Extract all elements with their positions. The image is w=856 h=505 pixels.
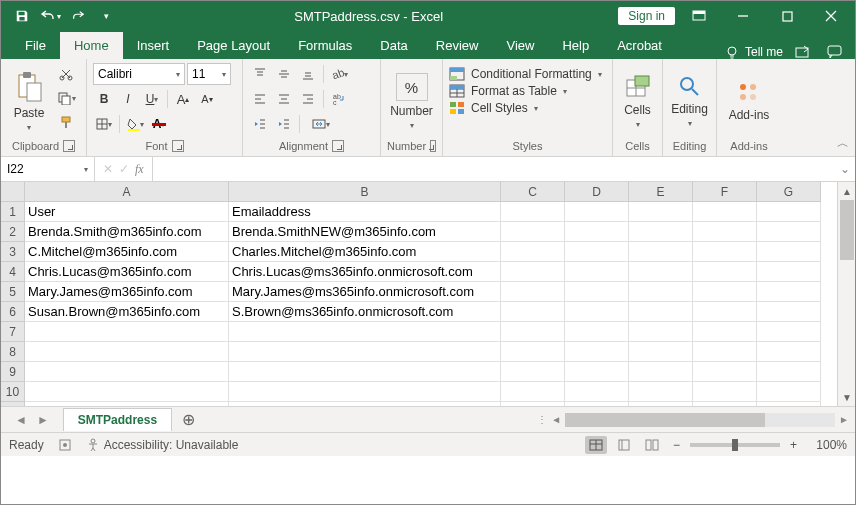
cell[interactable]: Brenda.Smith@m365info.com — [25, 222, 229, 242]
increase-font-button[interactable]: A▴ — [172, 88, 194, 110]
maximize-button[interactable] — [767, 1, 807, 31]
cell[interactable] — [565, 322, 629, 342]
cell[interactable] — [565, 342, 629, 362]
row-header[interactable]: 5 — [1, 282, 25, 302]
fill-color-button[interactable]: ▾ — [124, 113, 146, 135]
column-header[interactable]: C — [501, 182, 565, 202]
cell[interactable]: C.Mitchel@m365info.com — [25, 242, 229, 262]
cells-button[interactable]: Cells▾ — [619, 63, 656, 140]
tab-data[interactable]: Data — [366, 32, 421, 59]
close-button[interactable] — [811, 1, 851, 31]
cell[interactable] — [501, 282, 565, 302]
cell[interactable] — [565, 282, 629, 302]
underline-button[interactable]: U▾ — [141, 88, 163, 110]
cell[interactable] — [501, 382, 565, 402]
cell[interactable] — [25, 322, 229, 342]
cell[interactable] — [757, 402, 821, 406]
cell[interactable] — [501, 402, 565, 406]
qat-customize-button[interactable]: ▾ — [93, 3, 119, 29]
cancel-formula-button[interactable]: ✕ — [103, 162, 113, 176]
cell[interactable] — [501, 302, 565, 322]
column-header[interactable]: F — [693, 182, 757, 202]
cell[interactable]: Emailaddress — [229, 202, 501, 222]
scroll-up-button[interactable]: ▲ — [838, 182, 855, 200]
cell-styles-button[interactable]: Cell Styles▾ — [449, 101, 606, 115]
cell[interactable] — [629, 242, 693, 262]
add-sheet-button[interactable]: ⊕ — [172, 410, 205, 429]
cell[interactable] — [693, 382, 757, 402]
cell[interactable] — [501, 222, 565, 242]
horizontal-scrollbar[interactable]: ⋮ ◄ ► — [205, 413, 855, 427]
cell[interactable] — [629, 382, 693, 402]
column-header[interactable]: A — [25, 182, 229, 202]
row-header[interactable]: 2 — [1, 222, 25, 242]
cell[interactable] — [229, 322, 501, 342]
enter-formula-button[interactable]: ✓ — [119, 162, 129, 176]
cell[interactable] — [629, 222, 693, 242]
cell[interactable] — [25, 382, 229, 402]
row-header[interactable]: 11 — [1, 402, 25, 406]
cell[interactable] — [757, 322, 821, 342]
page-break-view-button[interactable] — [641, 436, 663, 454]
row-header[interactable]: 8 — [1, 342, 25, 362]
bold-button[interactable]: B — [93, 88, 115, 110]
tab-view[interactable]: View — [492, 32, 548, 59]
zoom-slider[interactable] — [690, 443, 780, 447]
row-header[interactable]: 3 — [1, 242, 25, 262]
font-name-combo[interactable]: Calibri▾ — [93, 63, 185, 85]
scroll-right-button[interactable]: ► — [839, 414, 849, 425]
font-size-combo[interactable]: 11▾ — [187, 63, 231, 85]
number-dialog-launcher[interactable] — [430, 140, 436, 152]
cell[interactable] — [693, 302, 757, 322]
cell[interactable] — [757, 282, 821, 302]
tab-formulas[interactable]: Formulas — [284, 32, 366, 59]
vertical-scrollbar[interactable]: ▲ ▼ — [837, 182, 855, 406]
clipboard-dialog-launcher[interactable] — [63, 140, 75, 152]
decrease-indent-button[interactable] — [249, 113, 271, 135]
borders-button[interactable]: ▾ — [93, 113, 115, 135]
cut-button[interactable] — [55, 63, 77, 85]
scroll-down-button[interactable]: ▼ — [838, 388, 855, 406]
font-dialog-launcher[interactable] — [172, 140, 184, 152]
cell[interactable] — [757, 262, 821, 282]
cell[interactable]: Chris.Lucas@ms365info.onmicrosoft.com — [229, 262, 501, 282]
addins-button[interactable]: Add-ins — [727, 63, 771, 140]
tab-file[interactable]: File — [11, 32, 60, 59]
fx-button[interactable]: fx — [135, 162, 144, 177]
share-button[interactable] — [791, 45, 815, 59]
cell[interactable] — [629, 282, 693, 302]
name-box[interactable]: I22 ▾ — [1, 157, 95, 181]
cell[interactable]: Mary.James@ms365info.onmicrosoft.com — [229, 282, 501, 302]
cell[interactable] — [501, 362, 565, 382]
cell[interactable] — [229, 382, 501, 402]
cell[interactable] — [25, 342, 229, 362]
tab-acrobat[interactable]: Acrobat — [603, 32, 676, 59]
save-button[interactable] — [9, 3, 35, 29]
copy-button[interactable]: ▾ — [55, 87, 77, 109]
cell[interactable] — [693, 402, 757, 406]
wrap-text-button[interactable]: abc — [328, 88, 350, 110]
cell[interactable] — [757, 302, 821, 322]
row-header[interactable]: 9 — [1, 362, 25, 382]
cell[interactable] — [629, 302, 693, 322]
tab-review[interactable]: Review — [422, 32, 493, 59]
expand-formula-bar-button[interactable]: ⌄ — [835, 162, 855, 176]
sign-in-button[interactable]: Sign in — [618, 7, 675, 25]
cell[interactable] — [693, 222, 757, 242]
column-header[interactable]: E — [629, 182, 693, 202]
increase-indent-button[interactable] — [273, 113, 295, 135]
cell[interactable] — [757, 382, 821, 402]
cell[interactable] — [693, 322, 757, 342]
cell[interactable] — [565, 362, 629, 382]
merge-center-button[interactable]: ▾ — [304, 113, 338, 135]
italic-button[interactable]: I — [117, 88, 139, 110]
format-as-table-button[interactable]: Format as Table▾ — [449, 84, 606, 98]
cell[interactable] — [629, 362, 693, 382]
cell[interactable] — [629, 322, 693, 342]
cell[interactable] — [501, 342, 565, 362]
cell[interactable] — [565, 242, 629, 262]
align-left-button[interactable] — [249, 88, 271, 110]
redo-button[interactable] — [65, 3, 91, 29]
column-header[interactable]: G — [757, 182, 821, 202]
cell[interactable] — [229, 342, 501, 362]
